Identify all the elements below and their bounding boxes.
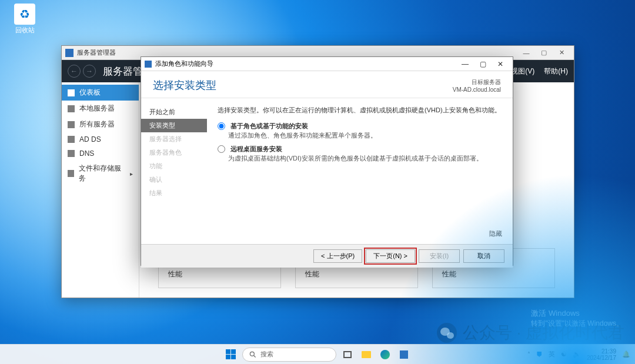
edge-button[interactable]: [377, 347, 393, 362]
nav-forward-button[interactable]: →: [83, 65, 96, 78]
minimize-button[interactable]: —: [517, 49, 535, 56]
wechat-icon: [437, 323, 457, 343]
wizard-icon: [145, 61, 152, 68]
volume-icon[interactable]: 🔈: [573, 350, 581, 358]
step-results: 结果: [149, 186, 207, 200]
install-button: 安装(I): [419, 249, 460, 263]
taskbar-search[interactable]: 搜索: [242, 348, 336, 362]
wechat-overlay: 公众号 · 虚拟化时代君: [437, 322, 624, 344]
radio-rds[interactable]: [218, 145, 225, 153]
notifications-button[interactable]: 🔔: [622, 350, 630, 358]
step-before[interactable]: 开始之前: [149, 105, 207, 119]
activation-title: 激活 Windows: [531, 308, 623, 319]
step-install-type[interactable]: 安装类型: [141, 119, 207, 132]
recycle-bin-label: 回收站: [7, 26, 42, 35]
wizard-maximize-button[interactable]: ▢: [474, 60, 492, 68]
servers-icon: [68, 121, 75, 128]
recycle-bin-icon: ♻: [14, 4, 35, 25]
server-manager-taskbar-button[interactable]: [396, 347, 412, 362]
wizard-titlebar[interactable]: 添加角色和功能向导 — ▢ ✕: [141, 57, 513, 71]
security-icon[interactable]: ⛊: [536, 351, 543, 358]
activation-watermark: 激活 Windows 转到"设置"以激活 Windows。: [531, 308, 623, 329]
menu-help[interactable]: 帮助(H): [544, 66, 568, 76]
option-role-based-label: 基于角色或基于功能的安装: [230, 122, 308, 129]
step-server-roles: 服务器角色: [149, 146, 207, 159]
tray-overflow-button[interactable]: ˄: [527, 351, 530, 358]
nav-adds[interactable]: AD DS: [62, 132, 139, 146]
svg-line-1: [254, 355, 256, 357]
ime-lang[interactable]: 英: [549, 350, 555, 359]
wizard-close-button[interactable]: ✕: [492, 60, 509, 68]
menu-view[interactable]: 视图(V): [511, 66, 534, 76]
server-icon: [68, 105, 75, 112]
taskbar: 搜索 ˄ ⛊ 英 ☯ 🔈 21:39 2024/12/17 🔔: [0, 344, 635, 364]
header-breadcrumb: 服务器管: [103, 65, 143, 78]
nav-all-servers[interactable]: 所有服务器: [62, 116, 139, 132]
option-rds[interactable]: 远程桌面服务安装 为虚拟桌面基础结构(VDI)安装所需的角色服务以创建基于虚拟机…: [218, 144, 502, 163]
start-button[interactable]: [223, 347, 239, 362]
server-manager-icon: [65, 49, 73, 57]
tile-performance: 性能: [168, 269, 271, 279]
radio-role-based[interactable]: [218, 122, 225, 130]
activation-sub: 转到"设置"以激活 Windows。: [531, 319, 623, 329]
wizard-title: 添加角色和功能向导: [155, 59, 213, 68]
nav-file-storage[interactable]: 文件和存储服务▸: [62, 161, 139, 186]
step-server-selection: 服务器选择: [149, 132, 207, 146]
wizard-intro: 选择安装类型。你可以在正在运行的物理计算机、虚拟机或脱机虚拟硬盘(VHD)上安装…: [218, 105, 502, 115]
wizard-header: 选择安装类型 目标服务器 VM-AD.cloud.local: [141, 71, 513, 98]
option-role-based-desc: 通过添加角色、角色服务和功能来配置单个服务器。: [228, 131, 502, 141]
wizard-button-bar: < 上一步(P) 下一页(N) > 安装(I) 取消: [141, 244, 513, 268]
next-button[interactable]: 下一页(N) >: [366, 249, 415, 263]
destination-server: VM-AD.cloud.local: [453, 86, 501, 93]
search-placeholder: 搜索: [260, 350, 273, 359]
file-explorer-button[interactable]: [359, 347, 374, 362]
nav-dashboard[interactable]: 仪表板: [62, 85, 139, 101]
dashboard-tile[interactable]: 服务 性能: [432, 248, 555, 288]
hide-link[interactable]: 隐藏: [489, 229, 502, 239]
ime-mode-icon[interactable]: ☯: [561, 350, 567, 358]
wechat-text: 公众号 · 虚拟化时代君: [463, 322, 624, 344]
clock-date: 2024/12/17: [587, 355, 616, 361]
maximize-button[interactable]: ▢: [535, 49, 553, 56]
storage-icon: [68, 170, 74, 177]
cancel-button[interactable]: 取消: [463, 249, 504, 263]
clock-time: 21:39: [587, 348, 616, 355]
add-roles-wizard: 添加角色和功能向导 — ▢ ✕ 选择安装类型 目标服务器 VM-AD.cloud…: [141, 56, 513, 266]
system-tray: ˄ ⛊ 英 ☯ 🔈 21:39 2024/12/17 🔔: [527, 348, 630, 361]
dns-icon: [68, 150, 75, 157]
svg-point-0: [250, 352, 254, 356]
step-confirm: 确认: [149, 173, 207, 186]
nav-back-button[interactable]: ←: [68, 65, 81, 78]
destination-label: 目标服务器: [453, 78, 501, 86]
tile-performance: 性能: [305, 269, 408, 279]
desktop-icon-recycle-bin[interactable]: ♻ 回收站: [7, 4, 42, 35]
server-manager-title: 服务器管理器: [77, 48, 116, 57]
task-view-button[interactable]: [340, 347, 355, 362]
taskbar-clock[interactable]: 21:39 2024/12/17: [587, 348, 616, 361]
option-role-based[interactable]: 基于角色或基于功能的安装 通过添加角色、角色服务和功能来配置单个服务器。: [218, 121, 502, 141]
nav-local-server[interactable]: 本地服务器: [62, 101, 139, 116]
wizard-minimize-button[interactable]: —: [456, 60, 474, 68]
tile-performance: 性能: [442, 269, 545, 279]
close-button[interactable]: ✕: [553, 49, 570, 56]
adds-icon: [68, 136, 75, 143]
chevron-right-icon: ▸: [130, 171, 133, 177]
option-rds-label: 远程桌面服务安装: [230, 145, 282, 152]
tile-services: 服务: [442, 257, 545, 267]
nav-dns[interactable]: DNS: [62, 146, 139, 161]
option-rds-desc: 为虚拟桌面基础结构(VDI)安装所需的角色服务以创建基于虚拟机或基于会话的桌面部…: [228, 153, 502, 163]
search-icon: [249, 350, 257, 359]
step-features: 功能: [149, 159, 207, 173]
server-manager-nav: 仪表板 本地服务器 所有服务器 AD DS DNS 文件和存储服务▸: [62, 82, 139, 298]
wizard-heading: 选择安装类型: [153, 78, 216, 92]
prev-button[interactable]: < 上一步(P): [313, 249, 362, 263]
wizard-content: 选择安装类型。你可以在正在运行的物理计算机、虚拟机或脱机虚拟硬盘(VHD)上安装…: [207, 98, 513, 244]
dashboard-icon: [68, 89, 75, 96]
wizard-steps: 开始之前 安装类型 服务器选择 服务器角色 功能 确认 结果: [141, 98, 207, 244]
